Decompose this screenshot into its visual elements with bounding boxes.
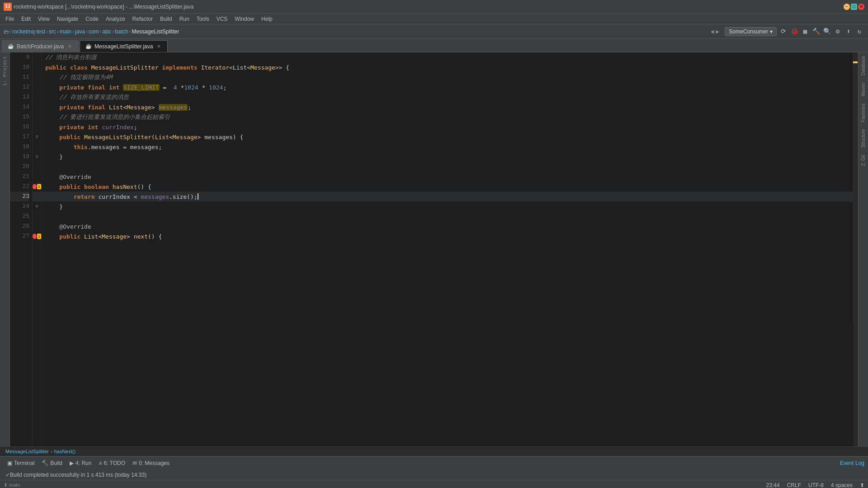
fold-24-icon[interactable]: ▽: [35, 204, 38, 209]
line-num-13: 13: [10, 92, 29, 102]
run-icon[interactable]: ⟳: [778, 27, 788, 37]
back-button[interactable]: ◀: [711, 28, 714, 35]
menu-edit[interactable]: Edit: [18, 14, 34, 24]
menu-file[interactable]: File: [2, 14, 18, 24]
line-num-19: 19: [10, 152, 29, 162]
nav-method-link[interactable]: hasNext(): [54, 449, 76, 454]
toolbar: 🗁 / rocketmq-test › src › main › java › …: [0, 24, 868, 39]
minimize-button[interactable]: −: [844, 4, 850, 10]
structure-panel-label[interactable]: Structure: [861, 127, 866, 150]
status-right: 23:44 CRLF UTF-8 4 spaces ⬆: [766, 482, 864, 488]
code-line-12: private final int SIZE_LIMIT = 4 *1024 *…: [42, 82, 854, 92]
menu-window[interactable]: Window: [231, 14, 258, 24]
gutter-14: [33, 102, 41, 112]
breadcrumb-project[interactable]: 🗁: [4, 28, 9, 35]
git-panel-label[interactable]: Z: Git: [861, 153, 866, 168]
todo-tab[interactable]: ≡ 6: TODO: [95, 458, 129, 469]
menu-help[interactable]: Help: [258, 14, 276, 24]
maximize-button[interactable]: □: [851, 4, 857, 10]
line-col-indicator[interactable]: 23:44: [766, 482, 780, 488]
title-bar-left: IJ rocketmq-workspace [...\rocketmq-work…: [4, 3, 193, 11]
code-content[interactable]: // 消息列表分割器 public class MessageListSplit…: [42, 52, 854, 446]
breadcrumb-batch[interactable]: batch: [115, 28, 128, 35]
code-line-20: [42, 162, 854, 172]
database-panel-label[interactable]: Database: [861, 54, 866, 77]
tab-label-batchproducer: BatchProducer.java: [17, 43, 64, 50]
coverage-icon[interactable]: ▦: [800, 27, 810, 37]
menu-run[interactable]: Run: [176, 14, 193, 24]
settings-icon[interactable]: ⚙: [833, 27, 843, 37]
bottom-toolbar: ▣ Terminal 🔨 Build ▶ 4: Run ≡ 6: TODO ✉ …: [0, 456, 868, 469]
gutter-19[interactable]: ▽: [33, 152, 41, 162]
window-title: rocketmq-workspace [...\rocketmq-workspa…: [14, 4, 193, 10]
gutter-12: [33, 82, 41, 92]
tab-close-messagelistsplitter[interactable]: ✕: [156, 43, 162, 50]
debug-icon[interactable]: 🐞: [789, 27, 799, 37]
line-num-10: 10: [10, 62, 29, 72]
build-tab[interactable]: 🔨 Build: [38, 458, 66, 469]
toolbar-right: ◀ ▶ SomeConsumer ▾ ⟳ 🐞 ▦ 🔨 🔍 ⚙ ⬆ ↻: [711, 27, 864, 37]
favorites-panel-label[interactable]: Favorites: [861, 102, 866, 124]
line-numbers: 9 10 11 12 13 14 15 16 17 18 19 20 21 22…: [10, 52, 33, 446]
encoding-indicator[interactable]: UTF-8: [808, 482, 824, 488]
gutter-10: [33, 62, 41, 72]
nav-class-link[interactable]: MessageListSplitter: [5, 449, 49, 454]
tab-batchproducer[interactable]: ☕ BatchProducer.java ✕: [2, 40, 79, 52]
breadcrumb-rocketmq-test[interactable]: rocketmq-test: [12, 28, 45, 35]
vcs-status[interactable]: ⬆ main: [4, 482, 20, 488]
breadcrumb-java[interactable]: java: [75, 28, 85, 35]
tab-messagelistsplitter[interactable]: ☕ MessageListSplitter.java ✕: [80, 40, 168, 52]
run-config-selector[interactable]: SomeConsumer ▾: [725, 27, 777, 36]
project-panel-toggle[interactable]: 1: Project: [0, 54, 9, 88]
fold-17-icon[interactable]: ▽: [35, 134, 38, 140]
line-num-27: 27: [10, 231, 29, 241]
terminal-label: Terminal: [14, 460, 34, 466]
code-line-27: public List<Message> next() {: [42, 231, 854, 241]
search-everywhere-icon[interactable]: 🔍: [822, 27, 832, 37]
build-icon: 🔨: [42, 460, 48, 466]
line-num-24: 24: [10, 202, 29, 211]
menu-vcs[interactable]: VCS: [213, 14, 231, 24]
line-ending-indicator[interactable]: CRLF: [787, 482, 801, 488]
menu-code[interactable]: Code: [82, 14, 102, 24]
code-nav-bar: MessageListSplitter › hasNext(): [0, 446, 868, 456]
menu-tools[interactable]: Tools: [193, 14, 213, 24]
menu-refactor[interactable]: Refactor: [129, 14, 156, 24]
terminal-tab[interactable]: ▣ Terminal: [4, 458, 38, 469]
update-icon[interactable]: ↻: [854, 27, 864, 37]
marker-1: [853, 61, 858, 63]
menu-navigate[interactable]: Navigate: [53, 14, 82, 24]
breadcrumb-class[interactable]: MessageListSplitter: [132, 28, 179, 35]
breadcrumb-com[interactable]: com: [89, 28, 99, 35]
vcs-icon[interactable]: ⬆: [844, 27, 854, 37]
breadcrumb-src[interactable]: src: [49, 28, 56, 35]
maven-panel-label[interactable]: Maven: [861, 81, 866, 98]
indent-indicator[interactable]: 4 spaces: [831, 482, 853, 488]
gutter-17[interactable]: ▽: [33, 132, 41, 142]
line-num-14: 14: [10, 102, 29, 112]
breadcrumb-abc[interactable]: abc: [103, 28, 111, 35]
line-num-11: 11: [10, 72, 29, 82]
main-layout: 1: Project 9 10 11 12 13 14 15 16 17 18 …: [0, 52, 868, 446]
code-line-22: public boolean hasNext() {: [42, 182, 854, 192]
event-log-link[interactable]: Event Log: [840, 460, 864, 466]
run-tab[interactable]: ▶ 4: Run: [66, 458, 95, 469]
gutter-24[interactable]: ▽: [33, 202, 41, 211]
menu-analyze[interactable]: Analyze: [102, 14, 129, 24]
close-button[interactable]: ✕: [858, 4, 864, 10]
fold-19-icon[interactable]: ▽: [35, 154, 38, 160]
git-status-icon[interactable]: ⬆: [860, 482, 864, 488]
menu-view[interactable]: View: [34, 14, 53, 24]
build-icon[interactable]: 🔨: [811, 27, 821, 37]
breadcrumb-main[interactable]: main: [60, 28, 71, 35]
tab-close-batchproducer[interactable]: ✕: [66, 43, 73, 50]
breakpoint-27[interactable]: [33, 234, 37, 239]
todo-label: 6: TODO: [104, 460, 125, 466]
forward-button[interactable]: ▶: [716, 28, 719, 35]
gutter-11: [33, 72, 41, 82]
breakpoint-22[interactable]: [33, 184, 37, 189]
messages-tab[interactable]: ✉ 0: Messages: [129, 458, 173, 469]
line-num-16: 16: [10, 122, 29, 132]
code-line-18: this.messages = messages;: [42, 142, 854, 152]
menu-build[interactable]: Build: [156, 14, 176, 24]
